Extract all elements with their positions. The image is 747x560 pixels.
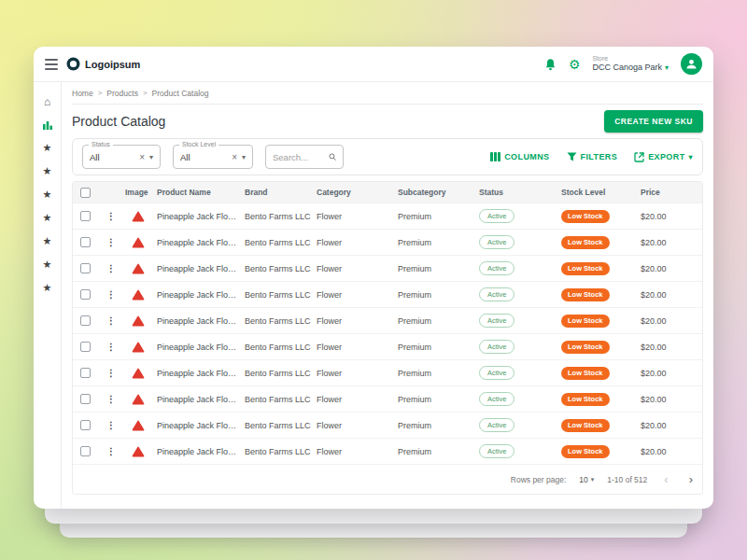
col-header-category[interactable]: Category (317, 188, 398, 197)
prev-page-button[interactable]: ‹ (660, 473, 671, 485)
brand-cell: Bento Farms LLC (245, 343, 317, 352)
columns-button[interactable]: COLUMNS (490, 152, 549, 161)
sidebar-item-favorite-2[interactable]: ★ (34, 160, 61, 183)
row-menu-kebab-icon[interactable]: ⋮ (101, 368, 125, 378)
row-checkbox[interactable] (80, 237, 91, 247)
stock-level-badge: Low Stock (561, 419, 610, 432)
export-button[interactable]: EXPORT ▾ (634, 152, 693, 162)
stock-level-filter-value: All (180, 152, 227, 162)
category-cell: Flower (317, 343, 398, 352)
row-checkbox[interactable] (80, 446, 91, 456)
col-header-price[interactable]: Price (641, 188, 702, 197)
stock-level-badge: Low Stock (561, 236, 610, 249)
product-image-icon (132, 394, 145, 405)
row-checkbox[interactable] (80, 420, 91, 430)
pagination-range: 1-10 of 512 (607, 475, 647, 484)
sidebar-item-favorite-4[interactable]: ★ (34, 206, 61, 230)
price-cell: $20.00 (641, 316, 702, 326)
col-header-stock-level[interactable]: Stock Level (561, 188, 641, 197)
row-menu-kebab-icon[interactable]: ⋮ (101, 211, 125, 221)
col-header-brand[interactable]: Brand (245, 188, 317, 197)
stock-level-badge: Low Stock (561, 445, 610, 458)
avatar[interactable] (681, 53, 702, 75)
category-cell: Flower (317, 290, 398, 300)
row-menu-kebab-icon[interactable]: ⋮ (101, 446, 125, 456)
col-header-product-name[interactable]: Product Name (157, 188, 245, 197)
home-icon: ⌂ (44, 95, 50, 108)
sidebar-item-favorite-1[interactable]: ★ (34, 136, 61, 160)
chevron-down-icon: ▾ (665, 63, 669, 73)
bell-icon[interactable] (544, 58, 557, 71)
row-menu-kebab-icon[interactable]: ⋮ (101, 263, 125, 273)
sidebar-item-favorite-5[interactable]: ★ (34, 230, 61, 253)
search-input[interactable] (273, 152, 325, 162)
col-header-status[interactable]: Status (479, 188, 561, 197)
row-checkbox[interactable] (80, 342, 91, 352)
star-icon: ★ (43, 142, 52, 154)
row-checkbox[interactable] (80, 263, 91, 273)
status-badge: Active (479, 235, 514, 249)
table-row: ⋮ Pineapple Jack Flower Bento Farms LLC … (73, 359, 702, 385)
sidebar-item-products[interactable] (34, 113, 61, 136)
gear-icon[interactable]: ⚙ (569, 58, 581, 71)
price-cell: $20.00 (641, 395, 702, 404)
create-new-sku-button[interactable]: CREATE NEW SKU (604, 110, 703, 133)
chevron-down-icon[interactable]: ▾ (149, 153, 153, 161)
subcategory-cell: Premium (398, 369, 479, 378)
row-menu-kebab-icon[interactable]: ⋮ (101, 420, 125, 430)
breadcrumb-home[interactable]: Home (72, 89, 93, 98)
table-row: ⋮ Pineapple Jack Flower Bento Farms LLC … (73, 385, 702, 412)
stock-level-filter-select[interactable]: Stock Level All × ▾ (173, 145, 253, 169)
stock-level-badge: Low Stock (561, 341, 610, 354)
sidebar-item-home[interactable]: ⌂ (34, 90, 61, 113)
category-cell: Flower (317, 238, 398, 247)
row-menu-kebab-icon[interactable]: ⋮ (101, 394, 125, 404)
status-filter-label: Status (89, 141, 113, 147)
next-page-button[interactable]: › (685, 473, 697, 485)
stock-level-badge: Low Stock (561, 367, 610, 380)
rows-per-page-value: 10 (579, 475, 587, 484)
row-checkbox[interactable] (80, 315, 91, 326)
row-menu-kebab-icon[interactable]: ⋮ (101, 315, 125, 326)
rows-per-page-select[interactable]: 10 ▾ (579, 475, 594, 484)
status-filter-select[interactable]: Status All × ▾ (82, 145, 161, 169)
row-menu-kebab-icon[interactable]: ⋮ (101, 342, 125, 352)
product-image-icon (132, 237, 145, 248)
category-cell: Flower (317, 264, 398, 273)
table-row: ⋮ Pineapple Jack Flower Bento Farms LLC … (73, 255, 702, 281)
filters-button[interactable]: FILTERS (567, 152, 618, 161)
star-icon: ★ (43, 282, 52, 294)
star-icon: ★ (43, 235, 52, 247)
table-row: ⋮ Pineapple Jack Flower Bento Farms LLC … (73, 333, 702, 359)
star-icon: ★ (43, 189, 52, 201)
sidebar-item-favorite-6[interactable]: ★ (34, 253, 61, 276)
row-checkbox[interactable] (80, 368, 91, 378)
col-header-subcategory[interactable]: Subcategory (398, 188, 479, 197)
pagination: Rows per page: 10 ▾ 1-10 of 512 ‹ › (73, 464, 702, 494)
logo-text: Logoipsum (85, 59, 140, 70)
select-all-checkbox[interactable] (80, 188, 91, 198)
breadcrumb-products[interactable]: Products (106, 89, 138, 98)
row-checkbox[interactable] (80, 394, 91, 404)
chevron-down-icon[interactable]: ▾ (242, 153, 246, 161)
sidebar-item-favorite-7[interactable]: ★ (34, 276, 61, 300)
row-checkbox[interactable] (80, 289, 91, 300)
row-checkbox[interactable] (80, 211, 91, 221)
status-badge: Active (479, 287, 514, 301)
product-name-cell: Pineapple Jack Flower (157, 421, 245, 430)
status-badge: Active (479, 314, 514, 328)
row-menu-kebab-icon[interactable]: ⋮ (101, 237, 125, 247)
store-selector[interactable]: Store DCC Canoga Park ▾ (592, 55, 669, 73)
clear-icon[interactable]: × (139, 152, 145, 162)
sidebar-item-favorite-3[interactable]: ★ (34, 183, 61, 206)
row-menu-kebab-icon[interactable]: ⋮ (101, 289, 125, 300)
status-filter-value: All (90, 152, 134, 162)
menu-hamburger-icon[interactable] (45, 59, 58, 70)
table-row: ⋮ Pineapple Jack Flower Bento Farms LLC … (73, 307, 702, 333)
table-row: ⋮ Pineapple Jack Flower Bento Farms LLC … (73, 281, 702, 307)
clear-icon[interactable]: × (232, 152, 237, 162)
price-cell: $20.00 (641, 238, 702, 247)
breadcrumb-separator: > (98, 89, 103, 97)
col-header-image[interactable]: Image (125, 188, 157, 197)
table-body: ⋮ Pineapple Jack Flower Bento Farms LLC … (73, 203, 702, 464)
